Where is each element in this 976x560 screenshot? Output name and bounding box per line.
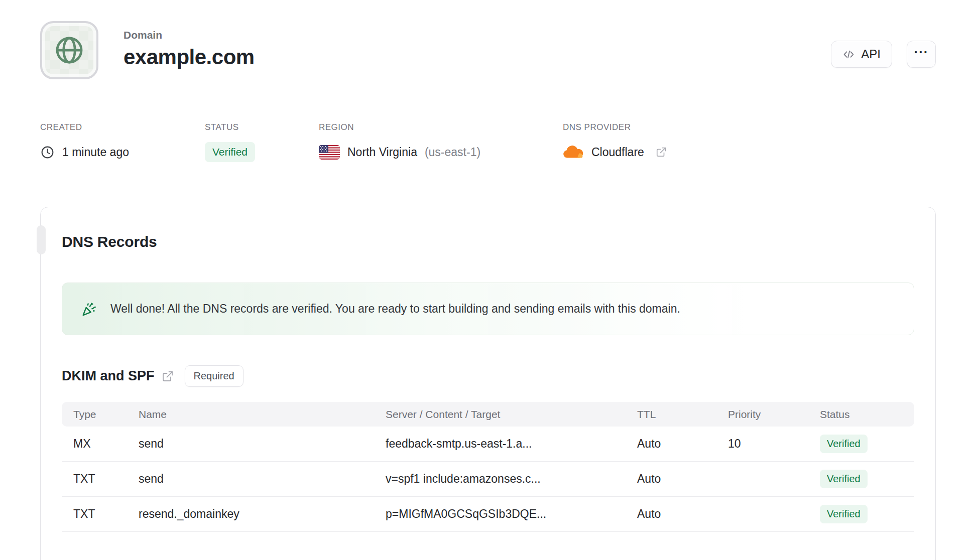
column-header-type: Type [73, 408, 139, 421]
cloudflare-icon [563, 145, 584, 159]
cell-type: MX [73, 437, 139, 451]
dns-provider-label: DNS PROVIDER [563, 122, 667, 132]
cell-content: p=MIGfMA0GCSqGSIb3DQE... [386, 507, 637, 521]
cell-ttl: Auto [637, 507, 728, 521]
api-button-label: API [861, 47, 881, 61]
region-code: (us-east-1) [425, 146, 480, 159]
more-options-button[interactable]: ··· [907, 41, 936, 68]
page-eyebrow: Domain [124, 29, 255, 41]
dns-records-table: Type Name Server / Content / Target TTL … [62, 402, 914, 532]
cell-type: TXT [73, 472, 139, 486]
table-header-row: Type Name Server / Content / Target TTL … [62, 402, 914, 427]
verified-badge: Verified [820, 505, 868, 523]
cell-status: Verified [820, 505, 914, 523]
meta-created: CREATED 1 minute ago [40, 122, 205, 163]
page-title: example.com [124, 45, 255, 69]
column-header-priority: Priority [728, 408, 820, 421]
region-label: REGION [319, 122, 563, 132]
domain-avatar [40, 21, 98, 79]
globe-icon [53, 34, 85, 66]
required-badge: Required [185, 365, 243, 387]
created-label: CREATED [40, 122, 205, 132]
us-flag-icon [319, 145, 340, 160]
dns-records-card: DNS Records Well done! All the DNS recor… [40, 207, 936, 560]
cell-ttl: Auto [637, 472, 728, 486]
cell-content: v=spf1 include:amazonses.c... [386, 472, 637, 486]
dkim-spf-section-header: DKIM and SPF Required [62, 365, 914, 387]
page-header: Domain example.com API ··· [40, 21, 936, 79]
dkim-spf-title: DKIM and SPF [62, 368, 155, 384]
external-link-icon[interactable] [656, 147, 667, 158]
cell-priority: 10 [728, 437, 820, 451]
region-value: North Virginia [347, 146, 417, 159]
cell-name: send [139, 472, 386, 486]
cell-ttl: Auto [637, 437, 728, 451]
domain-details-page: Domain example.com API ··· CREATED [0, 21, 976, 560]
title-block: Domain example.com [124, 21, 255, 69]
dns-records-title: DNS Records [62, 233, 914, 250]
code-icon [842, 48, 855, 61]
domain-meta-row: CREATED 1 minute ago STATUS Verified REG… [40, 122, 936, 163]
cell-name: send [139, 437, 386, 451]
verified-success-banner: Well done! All the DNS records are verif… [62, 283, 914, 335]
column-header-status: Status [820, 408, 914, 421]
column-header-content: Server / Content / Target [386, 408, 637, 421]
cell-content: feedback-smtp.us-east-1.a... [386, 437, 637, 451]
cell-status: Verified [820, 470, 914, 488]
external-link-icon[interactable] [162, 370, 174, 382]
dns-provider-value: Cloudflare [591, 146, 644, 159]
api-button[interactable]: API [831, 41, 892, 68]
party-popper-icon [80, 301, 97, 318]
header-actions: API ··· [831, 41, 936, 68]
ellipsis-icon: ··· [914, 45, 929, 60]
cell-name: resend._domainkey [139, 507, 386, 521]
status-label: STATUS [205, 122, 319, 132]
banner-message: Well done! All the DNS records are verif… [110, 302, 680, 316]
table-row: TXT resend._domainkey p=MIGfMA0GCSqGSIb3… [62, 497, 914, 532]
meta-status: STATUS Verified [205, 122, 319, 163]
clock-icon [40, 145, 55, 160]
cell-status: Verified [820, 435, 914, 453]
cell-type: TXT [73, 507, 139, 521]
meta-region: REGION [319, 122, 563, 163]
column-header-name: Name [139, 408, 386, 421]
status-badge: Verified [205, 142, 255, 162]
meta-dns-provider: DNS PROVIDER Cloudflare [563, 122, 667, 163]
verified-badge: Verified [820, 470, 868, 488]
column-header-ttl: TTL [637, 408, 728, 421]
table-row: MX send feedback-smtp.us-east-1.a... Aut… [62, 427, 914, 462]
table-row: TXT send v=spf1 include:amazonses.c... A… [62, 462, 914, 497]
verified-badge: Verified [820, 435, 868, 453]
created-value: 1 minute ago [62, 146, 129, 159]
card-accent-tab [37, 225, 46, 254]
